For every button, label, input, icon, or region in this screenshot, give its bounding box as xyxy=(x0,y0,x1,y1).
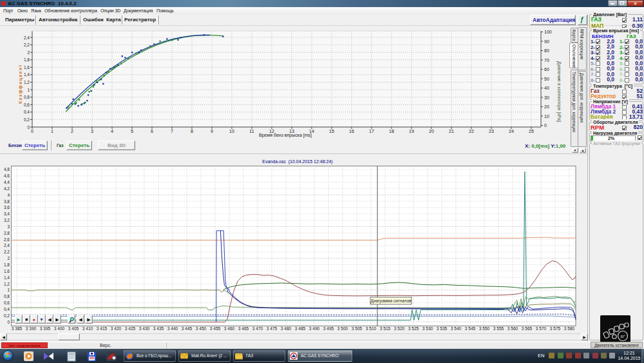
svg-text:3 450: 3 450 xyxy=(196,326,207,331)
svg-text:1,4: 1,4 xyxy=(24,72,30,77)
svg-text:3 520: 3 520 xyxy=(394,326,405,331)
svg-text:21: 21 xyxy=(449,129,454,133)
svg-text:0,6: 0,6 xyxy=(24,103,30,107)
svg-text:3 425: 3 425 xyxy=(125,326,136,331)
svg-text:1,6: 1,6 xyxy=(4,269,10,273)
svg-text:Время бенз впрыска [ms]: Время бенз впрыска [ms] xyxy=(259,133,312,138)
svg-text:4,2: 4,2 xyxy=(4,186,10,191)
svg-text:3 405: 3 405 xyxy=(68,326,79,331)
svg-text:1: 1 xyxy=(7,288,10,292)
svg-text:22: 22 xyxy=(469,129,474,133)
svg-text:3 445: 3 445 xyxy=(182,326,193,331)
svg-text:3 475: 3 475 xyxy=(267,326,278,331)
svg-text:3 545: 3 545 xyxy=(465,326,476,331)
svg-text:Evanda.osc (10.04.2015 12:48:: Evanda.osc (10.04.2015 12:48:24) xyxy=(262,159,332,164)
svg-text:2,8: 2,8 xyxy=(4,231,10,235)
svg-text:2,4: 2,4 xyxy=(24,35,30,40)
svg-text:40: 40 xyxy=(544,86,549,90)
svg-text:2: 2 xyxy=(27,50,30,55)
svg-text:0,4: 0,4 xyxy=(24,110,30,114)
svg-text:3 415: 3 415 xyxy=(97,326,108,331)
svg-text:3 575: 3 575 xyxy=(550,326,561,331)
svg-text:2: 2 xyxy=(71,129,73,133)
svg-text:3 505: 3 505 xyxy=(352,326,363,331)
svg-text:24: 24 xyxy=(509,129,514,133)
svg-text:50: 50 xyxy=(544,77,549,81)
svg-text:3 385: 3 385 xyxy=(12,326,23,331)
svg-text:25: 25 xyxy=(529,129,534,133)
svg-text:80: 80 xyxy=(544,48,549,53)
svg-text:3 480: 3 480 xyxy=(281,326,292,331)
svg-text:3 390: 3 390 xyxy=(26,326,37,331)
svg-text:3,6: 3,6 xyxy=(4,205,10,210)
svg-text:3 555: 3 555 xyxy=(493,326,504,331)
svg-text:5: 5 xyxy=(131,129,133,133)
svg-text:30: 30 xyxy=(544,95,549,100)
svg-text:10: 10 xyxy=(544,114,549,119)
svg-text:1,2: 1,2 xyxy=(24,80,30,84)
svg-text:3 465: 3 465 xyxy=(238,326,249,331)
svg-text:3 550: 3 550 xyxy=(479,326,490,331)
svg-text:3 490: 3 490 xyxy=(309,326,320,331)
svg-text:3 540: 3 540 xyxy=(451,326,462,331)
svg-text:23: 23 xyxy=(489,129,494,133)
svg-text:1,6: 1,6 xyxy=(24,65,30,70)
svg-text:3 525: 3 525 xyxy=(408,326,419,331)
svg-text:11: 11 xyxy=(249,129,254,133)
svg-text:2,2: 2,2 xyxy=(4,250,10,254)
svg-text:3 535: 3 535 xyxy=(437,326,448,331)
svg-text:Диаграмма сигналов: Диаграмма сигналов xyxy=(371,299,412,304)
svg-text:3 400: 3 400 xyxy=(54,326,65,331)
svg-text:3 580: 3 580 xyxy=(564,326,575,331)
svg-text:17: 17 xyxy=(369,129,374,133)
svg-text:3,2: 3,2 xyxy=(4,218,10,222)
svg-text:3 530: 3 530 xyxy=(422,326,433,331)
svg-text:1: 1 xyxy=(27,88,30,92)
svg-text:70: 70 xyxy=(544,58,549,63)
svg-text:1: 1 xyxy=(51,129,53,133)
svg-text:3: 3 xyxy=(91,129,93,133)
svg-text:3 460: 3 460 xyxy=(224,326,235,331)
svg-text:0: 0 xyxy=(27,125,30,130)
svg-text:Коэффициент: Коэффициент xyxy=(18,64,23,104)
svg-text:3 495: 3 495 xyxy=(323,326,334,331)
svg-text:0,2: 0,2 xyxy=(4,313,10,318)
svg-text:20: 20 xyxy=(429,129,434,133)
svg-text:90: 90 xyxy=(544,39,549,44)
svg-text:4,4: 4,4 xyxy=(4,180,10,184)
svg-text:16: 16 xyxy=(349,129,354,133)
svg-text:2,2: 2,2 xyxy=(24,43,30,47)
svg-text:0,2: 0,2 xyxy=(24,117,30,122)
svg-text:60: 60 xyxy=(544,67,549,72)
svg-text:6: 6 xyxy=(151,129,153,133)
svg-text:3 395: 3 395 xyxy=(40,326,51,331)
svg-text:1,4: 1,4 xyxy=(4,275,10,280)
svg-text:4: 4 xyxy=(7,193,10,197)
svg-text:1,8: 1,8 xyxy=(24,57,30,62)
svg-text:1,8: 1,8 xyxy=(4,262,10,267)
svg-text:3 515: 3 515 xyxy=(380,326,391,331)
svg-text:0,8: 0,8 xyxy=(4,294,10,299)
svg-text:3 420: 3 420 xyxy=(111,326,122,331)
svg-text:3 560: 3 560 xyxy=(507,326,518,331)
svg-text:4,8: 4,8 xyxy=(4,167,10,172)
svg-text:1,2: 1,2 xyxy=(4,282,10,286)
svg-text:0,4: 0,4 xyxy=(4,307,10,311)
svg-text:0: 0 xyxy=(31,129,33,133)
svg-text:18: 18 xyxy=(389,129,394,133)
svg-text:3 485: 3 485 xyxy=(295,326,306,331)
svg-text:БГ: БГ xyxy=(620,335,625,338)
svg-text:2,6: 2,6 xyxy=(4,237,10,242)
svg-text:3 410: 3 410 xyxy=(82,326,93,331)
svg-text:3 435: 3 435 xyxy=(153,326,164,331)
svg-text:3,8: 3,8 xyxy=(4,199,10,204)
svg-text:3 500: 3 500 xyxy=(337,326,348,331)
svg-text:3 510: 3 510 xyxy=(366,326,377,331)
svg-text:20: 20 xyxy=(544,104,549,109)
svg-text:3 565: 3 565 xyxy=(522,326,533,331)
svg-text:0: 0 xyxy=(544,123,547,128)
svg-text:4: 4 xyxy=(111,129,113,133)
svg-text:0,6: 0,6 xyxy=(4,300,10,305)
svg-text:3,4: 3,4 xyxy=(4,211,10,216)
svg-text:9: 9 xyxy=(211,129,213,133)
